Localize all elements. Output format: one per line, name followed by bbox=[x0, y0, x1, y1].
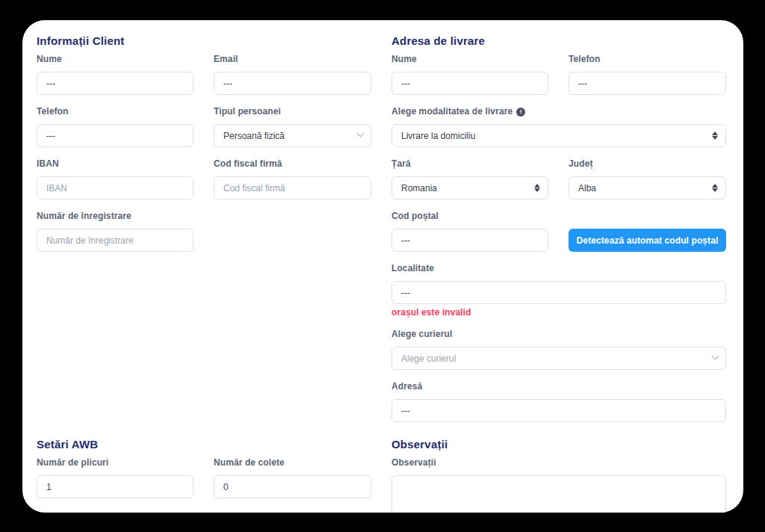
county-label: Județ bbox=[569, 159, 726, 169]
delivery-method-field: Alege modalitatea de livrare ! Livrare l… bbox=[391, 107, 726, 147]
chevron-down-icon bbox=[357, 130, 365, 137]
fiscal-code-label: Cod fiscal firmă bbox=[214, 159, 371, 169]
client-phone-input[interactable] bbox=[37, 124, 193, 147]
country-select[interactable]: Romania bbox=[391, 176, 548, 200]
courier-placeholder: Alege curierul bbox=[401, 353, 456, 364]
section-awb-settings: Setări AWB Număr de plicuri Număr de col… bbox=[37, 439, 371, 510]
city-input[interactable] bbox=[391, 281, 726, 304]
client-name-label: Nume bbox=[37, 55, 193, 64]
client-info-title: Informații Client bbox=[37, 35, 371, 47]
client-phone-field: Telefon bbox=[37, 107, 193, 147]
country-label: Țară bbox=[391, 159, 548, 169]
registration-number-input[interactable] bbox=[37, 229, 193, 252]
observations-field: Observații bbox=[391, 458, 726, 513]
delivery-phone-input[interactable] bbox=[569, 72, 726, 95]
client-phone-label: Telefon bbox=[37, 107, 193, 117]
address-input[interactable] bbox=[391, 399, 726, 422]
detect-postal-code-cell: Detectează automat codul poștal bbox=[569, 211, 726, 252]
delivery-name-field: Nume bbox=[391, 55, 548, 95]
up-down-arrows-icon bbox=[712, 184, 718, 192]
delivery-address-title: Adresa de livrare bbox=[391, 35, 726, 47]
client-email-field: Email bbox=[214, 55, 371, 95]
iban-label: IBAN bbox=[37, 159, 193, 169]
delivery-method-select[interactable]: Livrare la domiciliu bbox=[391, 124, 726, 147]
postal-code-label: Cod poștal bbox=[391, 211, 548, 221]
fiscal-code-field: Cod fiscal firmă bbox=[214, 159, 371, 200]
client-name-field: Nume bbox=[37, 55, 193, 95]
courier-select[interactable]: Alege curierul bbox=[391, 347, 726, 370]
courier-label: Alege curierul bbox=[391, 330, 726, 339]
envelopes-label: Număr de plicuri bbox=[37, 458, 193, 468]
county-field: Județ Alba bbox=[569, 159, 726, 200]
observations-label: Observații bbox=[391, 458, 726, 468]
city-field: Localitate orașul este invalid bbox=[391, 264, 726, 318]
awb-settings-title: Setări AWB bbox=[37, 439, 371, 451]
client-email-input[interactable] bbox=[214, 72, 371, 95]
section-observations: Observații Observații bbox=[391, 439, 726, 513]
person-type-label: Tipul persoanei bbox=[214, 107, 371, 117]
envelopes-input[interactable] bbox=[37, 475, 193, 498]
parcels-label: Număr de colete bbox=[214, 458, 371, 468]
chevron-down-icon bbox=[712, 353, 719, 360]
delivery-phone-label: Telefon bbox=[569, 55, 726, 64]
fiscal-code-input[interactable] bbox=[214, 176, 371, 200]
courier-field: Alege curierul Alege curierul bbox=[391, 330, 726, 370]
delivery-method-value: Livrare la domiciliu bbox=[401, 131, 475, 141]
client-email-label: Email bbox=[214, 55, 371, 64]
address-label: Adresă bbox=[391, 382, 726, 392]
order-form-card: Informații Client Nume Email Telefon Tip… bbox=[22, 20, 743, 513]
iban-input[interactable] bbox=[37, 176, 193, 200]
person-type-select[interactable]: Persoană fizică bbox=[214, 124, 371, 147]
section-client-info: Informații Client Nume Email Telefon Tip… bbox=[37, 35, 371, 264]
parcels-input[interactable] bbox=[214, 475, 371, 498]
iban-field: IBAN bbox=[37, 159, 193, 200]
address-field: Adresă bbox=[391, 382, 726, 422]
country-value: Romania bbox=[401, 183, 437, 194]
section-delivery-address: Adresa de livrare Nume Telefon Alege mod… bbox=[391, 35, 726, 434]
country-field: Țară Romania bbox=[391, 159, 548, 200]
county-value: Alba bbox=[578, 183, 596, 194]
county-select[interactable]: Alba bbox=[569, 176, 726, 200]
exclamation-circle-icon[interactable]: ! bbox=[516, 108, 525, 117]
observations-textarea[interactable] bbox=[391, 475, 726, 513]
city-label: Localitate bbox=[391, 264, 726, 273]
registration-number-field: Număr de înregistrare bbox=[37, 211, 193, 252]
parcels-field: Număr de colete bbox=[214, 458, 371, 498]
delivery-method-label: Alege modalitatea de livrare ! bbox=[391, 107, 726, 117]
postal-code-field: Cod poștal bbox=[391, 211, 548, 252]
observations-title: Observații bbox=[391, 439, 726, 451]
postal-code-input[interactable] bbox=[391, 229, 548, 252]
up-down-arrows-icon bbox=[534, 184, 540, 192]
person-type-field: Tipul persoanei Persoană fizică bbox=[214, 107, 371, 147]
city-error-message: orașul este invalid bbox=[391, 307, 726, 318]
up-down-arrows-icon bbox=[712, 132, 718, 140]
client-name-input[interactable] bbox=[37, 72, 193, 95]
detect-postal-code-button[interactable]: Detectează automat codul poștal bbox=[569, 229, 726, 252]
delivery-phone-field: Telefon bbox=[569, 55, 726, 95]
person-type-value: Persoană fizică bbox=[223, 131, 285, 141]
delivery-name-input[interactable] bbox=[391, 72, 548, 95]
registration-number-label: Număr de înregistrare bbox=[37, 211, 193, 221]
envelopes-field: Număr de plicuri bbox=[37, 458, 193, 498]
delivery-name-label: Nume bbox=[391, 55, 548, 64]
